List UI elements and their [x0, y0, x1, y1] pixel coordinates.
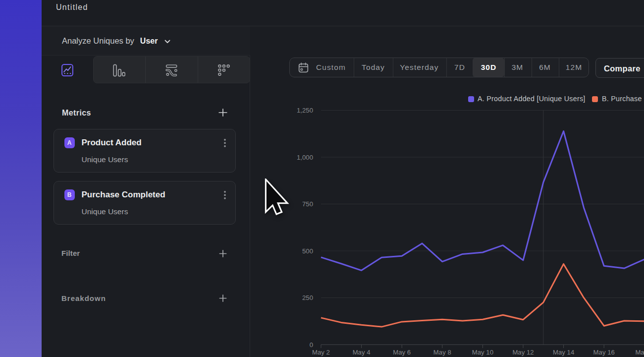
svg-text:May 12: May 12: [512, 349, 534, 356]
svg-text:250: 250: [302, 294, 313, 301]
svg-text:0: 0: [310, 341, 313, 349]
svg-text:750: 750: [302, 200, 313, 208]
svg-text:May 4: May 4: [353, 349, 371, 356]
svg-text:May 18: May 18: [635, 349, 644, 356]
svg-text:1,000: 1,000: [297, 154, 313, 161]
svg-text:May 16: May 16: [593, 349, 615, 356]
svg-text:May 10: May 10: [472, 349, 493, 356]
svg-text:May 2: May 2: [312, 349, 330, 356]
svg-text:May 14: May 14: [553, 349, 574, 356]
svg-text:May 8: May 8: [433, 349, 451, 356]
svg-text:500: 500: [302, 247, 313, 255]
svg-text:May 6: May 6: [393, 349, 411, 356]
svg-text:1,250: 1,250: [297, 107, 313, 114]
